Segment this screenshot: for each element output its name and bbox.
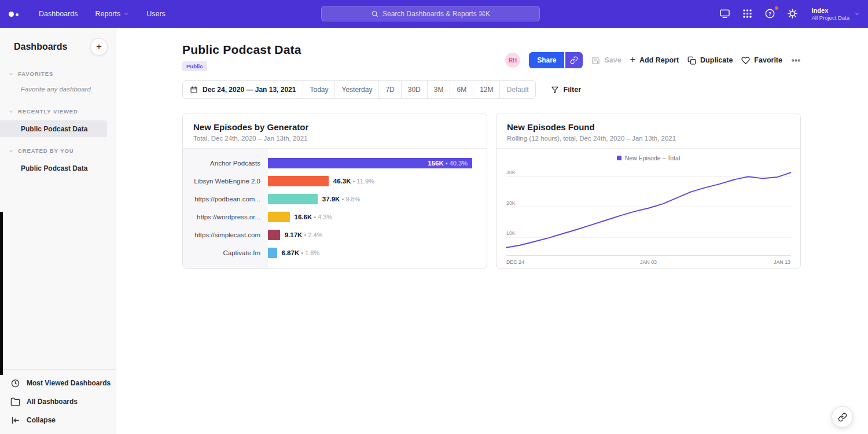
header-actions: RH Share Save + Add Report [505, 52, 801, 68]
screen-edge-artifact [0, 212, 3, 375]
svg-text:?: ? [768, 11, 771, 17]
share-button[interactable]: Share [529, 52, 564, 68]
card-subtitle: Total, Dec 24th, 2020 – Jan 13th, 2021 [193, 135, 476, 142]
date-range-control: Dec 24, 2020 — Jan 13, 2021 TodayYesterd… [182, 80, 536, 99]
share-link-button[interactable] [565, 52, 583, 68]
section-label: CREATED BY YOU [18, 148, 74, 154]
bar-row: Libsyn WebEngine 2.046.3K • 11.9% [183, 172, 487, 190]
copy-link-fab[interactable] [832, 406, 853, 428]
preset-6m[interactable]: 6M [450, 81, 473, 98]
recently-viewed-section-header[interactable]: RECENTLY VIEWED [0, 105, 116, 118]
sidebar-section-created: CREATED BY YOU Public Podcast Data [0, 144, 116, 176]
bar-value-label: 46.3K • 11.9% [333, 178, 374, 185]
add-report-label: Add Report [639, 56, 679, 64]
svg-text:20K: 20K [506, 200, 516, 206]
avatar[interactable]: RH [505, 53, 520, 68]
more-options-button[interactable] [791, 56, 801, 65]
bar-value-label: 6.87K • 1.8% [282, 249, 320, 256]
favorite-button[interactable]: Favorite [741, 56, 782, 65]
footer-item-label: Most Viewed Dashboards [27, 379, 111, 387]
add-dashboard-button[interactable]: + [90, 38, 108, 56]
bar-segment[interactable] [268, 176, 329, 186]
bar-chart-card: New Episodes by Generator Total, Dec 24t… [182, 113, 487, 269]
monitor-icon[interactable] [719, 8, 731, 20]
bar-segment[interactable] [268, 194, 318, 204]
bar-value-label: 156K • 40.3% [428, 160, 472, 167]
date-toolbar: Dec 24, 2020 — Jan 13, 2021 TodayYesterd… [182, 80, 801, 99]
sidebar: Dashboards + FAVORITES Favorite any dash… [0, 28, 116, 434]
preset-group: TodayYesterday7D30D3M6M12MDefault [303, 81, 535, 98]
created-by-you-section-header[interactable]: CREATED BY YOU [0, 144, 116, 157]
bar-row: Anchor Podcasts156K • 40.3% [183, 154, 487, 172]
share-split-button: Share [529, 52, 583, 68]
nav-reports[interactable]: Reports [95, 10, 129, 18]
card-subtitle: Rolling (12 hours), total, Dec 24th, 202… [507, 135, 790, 142]
bar-row: https://wordpress.or...16.6K • 4.3% [183, 208, 487, 226]
bar-segment[interactable] [268, 248, 277, 258]
bar-segment[interactable] [268, 230, 280, 240]
notification-badge [775, 6, 778, 10]
preset-7d[interactable]: 7D [379, 81, 401, 98]
duplicate-button[interactable]: Duplicate [687, 56, 733, 65]
settings-gear-icon[interactable] [787, 8, 799, 20]
svg-text:10K: 10K [506, 230, 516, 236]
apps-grid-icon[interactable] [742, 8, 753, 20]
chevron-down-icon [8, 148, 14, 154]
preset-3m[interactable]: 3M [428, 81, 451, 98]
clock-icon [10, 378, 20, 388]
bar-category-label: Captivate.fm [183, 249, 268, 256]
filter-button[interactable]: Filter [547, 85, 585, 94]
collapse-sidebar-button[interactable]: Collapse [0, 411, 116, 429]
footer-item-label: All Dashboards [27, 398, 78, 406]
sidebar-item-public-podcast-data[interactable]: Public Podcast Data [0, 160, 116, 176]
line-chart-svg[interactable]: 30K20K10KDEC 24JAN 03JAN 13 [506, 164, 791, 266]
save-button[interactable]: Save [591, 56, 621, 65]
preset-today[interactable]: Today [303, 81, 335, 98]
nav-dashboards[interactable]: Dashboards [39, 10, 78, 18]
preset-12m[interactable]: 12M [473, 81, 500, 98]
report-cards: New Episodes by Generator Total, Dec 24t… [182, 113, 801, 269]
preset-30d[interactable]: 30D [402, 81, 428, 98]
search-icon [371, 10, 378, 17]
sidebar-title: Dashboards [14, 42, 67, 52]
favorites-hint: Favorite any dashboard [0, 80, 116, 98]
bar-row: https://podbean.com...37.9K • 9.8% [183, 190, 487, 208]
logo-dot [9, 12, 14, 17]
add-report-button[interactable]: + Add Report [630, 56, 679, 64]
preset-yesterday[interactable]: Yesterday [335, 81, 379, 98]
favorites-section-header[interactable]: FAVORITES [0, 67, 116, 80]
most-viewed-dashboards-button[interactable]: Most Viewed Dashboards [0, 374, 116, 392]
app-logo[interactable] [7, 12, 32, 17]
date-range-label: Dec 24, 2020 — Jan 13, 2021 [203, 86, 296, 94]
sidebar-item-public-podcast-data[interactable]: Public Podcast Data [0, 120, 107, 137]
chart-legend[interactable]: New Episode – Total [506, 155, 791, 161]
bar-category-label: https://wordpress.or... [183, 214, 268, 220]
preset-default[interactable]: Default [500, 81, 535, 98]
footer-item-label: Collapse [27, 416, 56, 424]
card-title: New Episodes by Generator [193, 122, 476, 132]
date-range-button[interactable]: Dec 24, 2020 — Jan 13, 2021 [183, 81, 303, 98]
legend-swatch [617, 156, 621, 160]
line-chart-card: New Episodes Found Rolling (12 hours), t… [496, 113, 801, 269]
help-icon[interactable]: ? [764, 8, 776, 20]
svg-text:DEC 24: DEC 24 [506, 259, 524, 265]
filter-label: Filter [564, 86, 582, 94]
project-subtitle: All Project Data [812, 14, 849, 21]
main-area: Public Podcast Data Public RH Share Save [116, 28, 868, 434]
project-selector[interactable]: Index All Project Data [812, 6, 860, 22]
bar-value-label: 16.6K • 4.3% [295, 214, 333, 220]
favorite-label: Favorite [754, 56, 782, 64]
save-label: Save [604, 56, 621, 64]
bar-category-label: Libsyn WebEngine 2.0 [183, 178, 268, 185]
search-input[interactable]: Search Dashboards & Reports ⌘K [321, 6, 540, 21]
search-placeholder: Search Dashboards & Reports ⌘K [382, 10, 490, 18]
primary-nav: Dashboards Reports Users [39, 10, 165, 18]
svg-text:JAN 03: JAN 03 [640, 259, 657, 265]
nav-users[interactable]: Users [146, 10, 165, 18]
bar-segment[interactable]: 156K • 40.3% [268, 158, 472, 168]
all-dashboards-button[interactable]: All Dashboards [0, 392, 116, 411]
section-label: FAVORITES [18, 71, 53, 77]
duplicate-label: Duplicate [700, 56, 733, 64]
svg-text:JAN 13: JAN 13 [774, 259, 790, 265]
bar-segment[interactable] [268, 212, 290, 222]
